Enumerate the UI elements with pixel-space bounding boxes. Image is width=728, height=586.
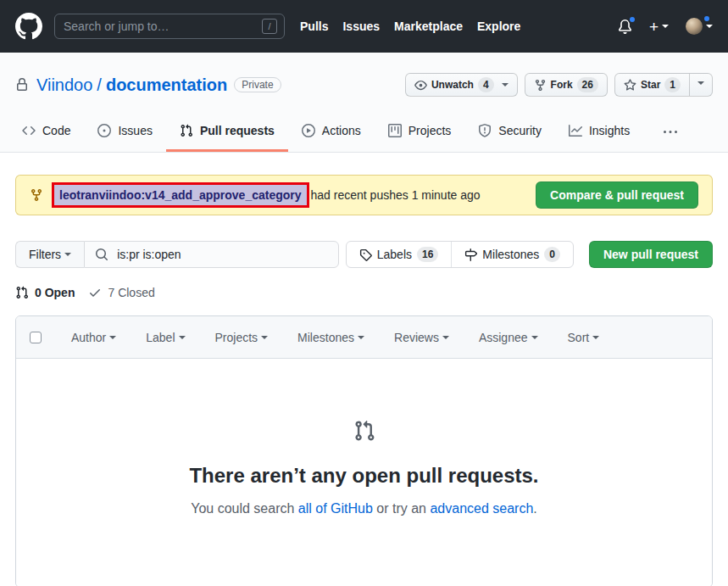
eye-icon	[414, 79, 427, 92]
kebab-horizontal-icon	[664, 126, 677, 139]
fork-icon	[534, 79, 547, 92]
star-label: Star	[641, 79, 660, 91]
tab-pull-requests[interactable]: Pull requests	[166, 112, 288, 152]
empty-state-subtext: You could search all of GitHub or try an…	[191, 501, 537, 516]
star-button-group: Star 1	[614, 73, 713, 97]
labels-button[interactable]: Labels 16	[347, 242, 452, 267]
header-nav: Pulls Issues Marketplace Explore	[300, 20, 520, 33]
tab-code[interactable]: Code	[8, 112, 84, 152]
visibility-badge: Private	[234, 77, 281, 92]
check-icon	[88, 286, 102, 299]
branch-name-highlighted[interactable]: leotranviindoo:v14_add_approve_category	[52, 182, 309, 208]
nav-pulls[interactable]: Pulls	[300, 20, 328, 33]
nav-issues[interactable]: Issues	[342, 20, 380, 33]
menu-label: Sort	[568, 331, 590, 344]
assignee-filter-menu[interactable]: Assignee	[479, 331, 538, 344]
sort-filter-menu[interactable]: Sort	[568, 331, 600, 344]
open-count-label: 0 Open	[35, 286, 75, 299]
closed-count-label: 7 Closed	[108, 286, 154, 299]
repo-separator: /	[97, 75, 102, 95]
open-filter-link[interactable]: 0 Open	[15, 286, 75, 299]
code-icon	[22, 124, 36, 137]
projects-filter-menu[interactable]: Projects	[215, 331, 269, 344]
chevron-down-icon	[697, 81, 704, 88]
play-icon	[302, 124, 315, 137]
subtext-before: You could search	[191, 501, 298, 516]
branch-icon	[30, 188, 43, 202]
github-logo-icon[interactable]	[15, 13, 42, 40]
star-button[interactable]: Star 1	[615, 74, 689, 96]
fork-button[interactable]: Fork 26	[525, 73, 608, 97]
author-filter-menu[interactable]: Author	[71, 331, 116, 344]
milestone-icon	[464, 248, 477, 261]
create-new-button[interactable]: +	[649, 19, 669, 35]
tab-security[interactable]: Security	[464, 112, 555, 152]
tab-projects[interactable]: Projects	[375, 112, 465, 152]
repo-owner-link[interactable]: Viindoo	[36, 75, 92, 95]
milestones-button[interactable]: Milestones 0	[451, 242, 573, 267]
issues-search[interactable]	[84, 241, 339, 268]
labels-count: 16	[417, 247, 438, 262]
plus-icon: +	[649, 19, 659, 35]
avatar-notification-dot	[703, 14, 711, 23]
closed-filter-link[interactable]: 7 Closed	[88, 286, 154, 299]
chevron-down-icon	[502, 83, 508, 90]
watch-count: 4	[478, 77, 494, 92]
push-message: had recent pushes 1 minute ago	[311, 188, 481, 202]
tabs-overflow-button[interactable]	[650, 126, 691, 139]
unwatch-button[interactable]: Unwatch 4	[405, 73, 518, 97]
header-search[interactable]: /	[54, 14, 285, 39]
issue-opened-icon	[97, 124, 111, 137]
tab-issues[interactable]: Issues	[84, 112, 165, 152]
empty-state: There aren’t any open pull requests. You…	[16, 359, 712, 586]
lock-icon	[15, 78, 29, 92]
compare-pull-request-button[interactable]: Compare & pull request	[536, 181, 698, 209]
tab-actions[interactable]: Actions	[288, 112, 375, 152]
issue-states-row: 0 Open 7 Closed	[15, 283, 713, 302]
chevron-down-icon	[64, 253, 71, 260]
issues-search-input[interactable]	[115, 247, 328, 262]
unwatch-label: Unwatch	[431, 79, 474, 91]
tab-label: Actions	[322, 124, 361, 137]
label-filter-menu[interactable]: Label	[146, 331, 185, 344]
pull-requests-table: Author Label Projects Milestones Reviews…	[15, 315, 713, 586]
fork-label: Fork	[551, 79, 573, 91]
advanced-search-link[interactable]: advanced search	[430, 501, 533, 516]
subtext-middle: or try an	[373, 501, 431, 516]
star-count: 1	[664, 77, 681, 92]
git-pull-request-icon	[353, 420, 375, 442]
menu-label: Reviews	[394, 331, 439, 344]
new-pull-request-button[interactable]: New pull request	[589, 241, 713, 268]
fork-count: 26	[577, 77, 598, 92]
nav-explore[interactable]: Explore	[477, 20, 520, 33]
shield-icon	[478, 124, 492, 137]
tab-label: Projects	[408, 124, 452, 137]
header-search-input[interactable]	[62, 19, 262, 34]
notification-dot	[628, 15, 636, 24]
nav-marketplace[interactable]: Marketplace	[394, 20, 463, 33]
all-github-link[interactable]: all of GitHub	[298, 501, 373, 516]
select-all-checkbox[interactable]	[30, 332, 42, 343]
chevron-down-icon	[592, 336, 599, 343]
table-header: Author Label Projects Milestones Reviews…	[16, 316, 712, 359]
tab-label: Security	[498, 124, 542, 137]
avatar	[686, 18, 703, 35]
star-dropdown-button[interactable]	[689, 74, 712, 96]
page-title: Viindoo / documentation	[36, 75, 227, 95]
chevron-down-icon	[179, 336, 186, 343]
menu-label: Author	[71, 331, 106, 344]
labels-label: Labels	[377, 248, 412, 261]
menu-label: Assignee	[479, 331, 528, 344]
filters-dropdown-button[interactable]: Filters	[15, 241, 84, 268]
milestones-label: Milestones	[482, 248, 539, 261]
tab-label: Insights	[589, 124, 630, 137]
tab-insights[interactable]: Insights	[555, 112, 643, 152]
user-menu[interactable]	[686, 18, 713, 35]
repo-name-link[interactable]: documentation	[106, 75, 227, 95]
notifications-bell-icon[interactable]	[618, 20, 632, 34]
reviews-filter-menu[interactable]: Reviews	[394, 331, 449, 344]
git-pull-request-icon	[180, 124, 193, 137]
milestones-filter-menu[interactable]: Milestones	[297, 331, 364, 344]
git-pull-request-icon	[15, 286, 29, 299]
project-icon	[388, 124, 402, 137]
